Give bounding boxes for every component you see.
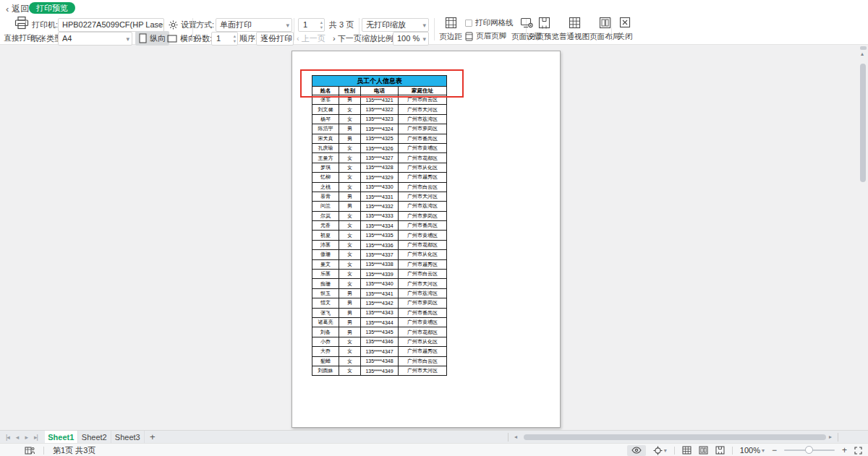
table-cell: 135****4330 [361, 182, 399, 192]
pagebreak-preview-button[interactable]: 分页预览 [529, 16, 559, 43]
page-number-stepper[interactable]: 1 ▴ ▾ [298, 18, 325, 32]
close-print-preview-button[interactable]: 关闭 [614, 16, 636, 43]
nav-prev-sheet-icon[interactable]: ◂ [16, 434, 19, 441]
table-cell: 惜文 [312, 298, 339, 308]
table-cell: 135****4333 [361, 211, 399, 220]
scroll-up-arrow-icon[interactable]: ▴ [861, 51, 864, 57]
scrollbar-top-button[interactable] [860, 46, 867, 50]
page-number-value: 1 [303, 20, 307, 29]
normal-view-icon [569, 17, 581, 29]
vertical-scrollbar[interactable]: ▴ [860, 45, 867, 430]
table-row: 宋天真男135****4325广州市番禺区 [312, 134, 447, 143]
table-cell: 135****4349 [361, 366, 399, 375]
sheet-tabs: Sheet1Sheet2Sheet3 [45, 431, 145, 443]
table-row: 诸葛亮男135****4344广州市黄埔区 [312, 317, 447, 327]
table-cell: 小乔 [312, 337, 339, 346]
table-cell: 广州市越秀区 [399, 347, 447, 356]
table-cell: 女 [339, 221, 361, 231]
preview-area: 员工个人信息表 姓名性别电话家庭住址 张非男135****4321广州市白云区刘… [0, 45, 868, 430]
table-cell: 广州市从化区 [399, 250, 447, 259]
sheet-status-icon [25, 446, 35, 455]
table-cell: 广州市番禺区 [399, 308, 447, 317]
pagebreak-small-button[interactable] [715, 446, 725, 455]
nav-first-sheet-icon[interactable]: |◂ [6, 434, 9, 441]
print-gridlines-checkbox-row[interactable]: 打印网格线 [465, 17, 514, 29]
table-cell: 广州市荔湾区 [399, 202, 447, 211]
page-layout-small-button[interactable] [699, 446, 708, 455]
table-row: 孔庆瑜女135****4326广州市黄埔区 [312, 143, 447, 152]
sheet-tab-sheet1[interactable]: Sheet1 [45, 431, 78, 443]
spin-down-icon[interactable]: ▾ [234, 39, 236, 44]
header-footer-label: 页眉页脚 [476, 31, 506, 41]
status-bar: 第1页 共3页 ▾ [0, 443, 868, 456]
printer-label: 打印机: [32, 18, 58, 32]
prev-page-button[interactable]: ‹ 上一页 [297, 32, 326, 46]
printer-icon [14, 16, 30, 30]
spin-down-icon[interactable]: ▾ [320, 25, 323, 30]
zoom-level-button[interactable]: 100% ▾ [740, 446, 765, 455]
header-footer-button[interactable]: 页眉页脚 [465, 30, 506, 42]
caret-down-icon: ▾ [422, 20, 426, 32]
table-cell: 女 [339, 250, 361, 259]
copies-stepper[interactable]: 1 ▴ ▾ [211, 32, 238, 46]
fit-selection-button[interactable]: ▾ [653, 446, 667, 455]
table-cell: 广州市萝岗区 [399, 124, 447, 134]
zoom-ratio-select[interactable]: 100 % ▾ [393, 32, 429, 46]
zoom-slider[interactable] [784, 449, 835, 451]
zoom-in-button[interactable]: + [842, 446, 847, 455]
table-cell: 135****4328 [361, 163, 399, 172]
table-cell: 135****4331 [361, 192, 399, 201]
table-cell: 135****4345 [361, 327, 399, 337]
table-cell: 135****4329 [361, 173, 399, 182]
print-method-select[interactable]: 单面打印 ▾ [216, 18, 292, 32]
sheet-tab-sheet3[interactable]: Sheet3 [111, 431, 145, 443]
copies-label: 份数: [194, 32, 212, 46]
vertical-scrollbar-thumb[interactable] [860, 64, 866, 182]
caret-down-icon: ▾ [287, 33, 291, 46]
table-cell: 135****4341 [361, 288, 399, 298]
print-scale-select[interactable]: 无打印缩放 ▾ [362, 18, 429, 32]
table-cell: 广州市番禺区 [399, 134, 447, 143]
table-cell: 广州市萝岗区 [399, 298, 447, 308]
normal-view-button[interactable]: 普通视图 [559, 16, 590, 43]
nav-last-sheet-icon[interactable]: ▸| [34, 434, 38, 441]
eye-protection-button[interactable] [627, 445, 646, 456]
table-row: 貂蝉女135****4348广州市白云区 [312, 356, 447, 366]
table-cell: 广州市天河区 [399, 192, 447, 201]
table-cell: 广州市从化区 [399, 163, 447, 172]
table-cell: 广州市白云区 [399, 356, 447, 366]
normal-view-small-button[interactable] [682, 446, 692, 455]
table-cell: 135****4332 [361, 202, 399, 211]
back-label: 返回 [12, 3, 29, 15]
table-cell: 135****4337 [361, 250, 399, 259]
page-margins-button[interactable]: 页边距 [437, 16, 464, 43]
checkbox-unchecked-icon[interactable] [465, 20, 472, 27]
table-cell: 诸葛亮 [312, 317, 339, 327]
table-cell: 初夏 [312, 231, 339, 240]
table-cell: 135****4338 [361, 259, 399, 269]
add-sheet-button[interactable]: + [145, 431, 161, 443]
paper-type-select[interactable]: A4 ▾ [58, 32, 132, 46]
back-button[interactable]: ‹ 返回 [6, 3, 29, 15]
scroll-right-arrow-icon[interactable]: ▸ [829, 434, 832, 440]
header-footer-icon [465, 32, 473, 41]
printer-select[interactable]: HPB0227A5099CF(HP Laser MFP 1: ▾ [58, 18, 164, 32]
nav-next-sheet-icon[interactable]: ▸ [25, 434, 27, 441]
print-order-select[interactable]: 逐份打印 ▾ [256, 32, 294, 46]
table-cell: 135****4326 [361, 143, 399, 152]
table-cell: 尔岚 [312, 211, 339, 220]
eye-icon [631, 447, 642, 454]
table-cell: 女 [339, 182, 361, 192]
scroll-left-arrow-icon[interactable]: ◂ [514, 434, 517, 440]
fullscreen-icon[interactable] [854, 447, 862, 455]
zoom-out-button[interactable]: − [772, 446, 777, 455]
landscape-page-icon [167, 35, 177, 43]
next-page-button[interactable]: › 下一页 [333, 32, 362, 46]
table-cell: 男 [339, 308, 361, 317]
sheet-tab-sheet2[interactable]: Sheet2 [78, 431, 111, 443]
zoom-slider-knob[interactable] [805, 446, 813, 454]
table-cell: 广州市黄埔区 [399, 143, 447, 152]
horizontal-scrollbar-thumb[interactable] [524, 434, 826, 440]
table-row: 小乔女135****4346广州市从化区 [312, 337, 447, 346]
table-cell: 之桃 [312, 182, 339, 192]
